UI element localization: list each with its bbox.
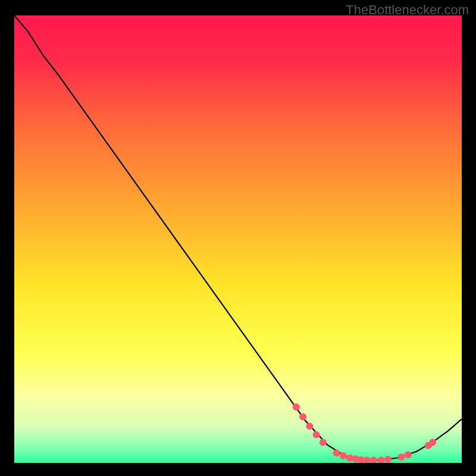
data-marker xyxy=(340,452,347,459)
data-marker xyxy=(333,449,340,456)
chart-svg xyxy=(14,15,462,463)
chart-container: TheBottlenecker.com xyxy=(0,0,476,476)
plot-area xyxy=(14,15,462,463)
data-marker xyxy=(320,439,327,446)
watermark-text: TheBottlenecker.com xyxy=(346,2,469,18)
data-marker xyxy=(397,453,405,461)
data-marker xyxy=(405,451,412,458)
data-marker xyxy=(429,439,436,446)
data-marker xyxy=(299,414,306,421)
data-marker xyxy=(313,431,320,439)
data-marker xyxy=(306,422,313,430)
data-marker xyxy=(384,456,392,463)
gradient-background xyxy=(14,15,462,463)
data-marker xyxy=(293,403,300,411)
